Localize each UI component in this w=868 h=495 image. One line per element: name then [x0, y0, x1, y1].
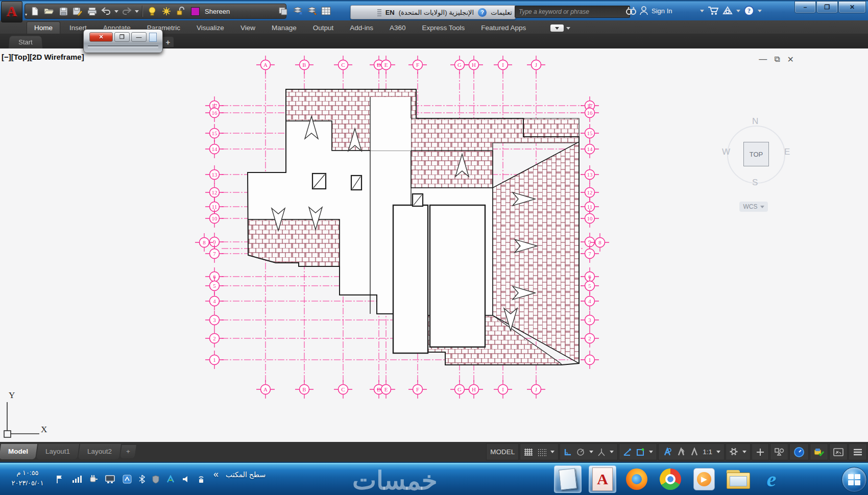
trusted-locations-button[interactable] — [814, 448, 824, 457]
ribbon-tab-manage[interactable]: Manage — [264, 22, 304, 34]
taskbar-clock[interactable]: ١٠:٥٥ م ٢٠٢٣/٠٥/٠١ — [3, 468, 52, 488]
layers-icon[interactable] — [278, 6, 288, 15]
file-tab-start[interactable]: Start — [9, 36, 42, 48]
layers3-icon[interactable] — [307, 6, 317, 15]
desktop-toolbar-label[interactable]: سطح المكتب — [226, 471, 266, 479]
osnap-caret-icon[interactable] — [649, 451, 653, 453]
language-name-label[interactable]: الإنجليزية (الولايات المتحدة) — [399, 9, 474, 16]
view-cube[interactable]: N S W E TOP — [721, 117, 790, 191]
hotspot-lock-icon[interactable] — [197, 475, 205, 484]
cart-icon[interactable] — [708, 6, 719, 15]
sun-icon[interactable] — [160, 5, 173, 17]
roof-plan-drawing[interactable]: AABBCCDDEEFFGGHHIIJJ17171616151514141313… — [0, 48, 868, 442]
shield-icon[interactable] — [152, 475, 159, 484]
isodraft-caret-icon[interactable] — [610, 451, 614, 453]
polar-tracking-toggle[interactable] — [576, 448, 585, 456]
unlock-icon[interactable] — [174, 5, 187, 17]
media-player-icon[interactable]: ▶ — [691, 466, 717, 492]
new-layout-button[interactable]: + — [120, 445, 136, 458]
ribbon-tab-home[interactable]: Home — [27, 21, 60, 34]
ribbon-tab-a360[interactable]: A360 — [382, 22, 413, 34]
snap-mode-toggle[interactable] — [537, 448, 546, 456]
sign-in-caret-icon[interactable] — [676, 10, 704, 12]
wcs-button[interactable]: WCS — [739, 202, 768, 212]
window-minimize-button[interactable]: – — [794, 1, 816, 13]
signal-icon[interactable] — [71, 475, 82, 483]
undo-caret-icon[interactable] — [114, 5, 119, 17]
scale-caret-icon[interactable] — [716, 451, 720, 453]
ribbon-tab-featured-apps[interactable]: Featured Apps — [474, 22, 533, 34]
ie-icon[interactable]: e — [758, 466, 785, 492]
annotation-monitor-button[interactable] — [756, 448, 765, 457]
ribbon-minimize-caret-icon[interactable] — [566, 27, 570, 30]
workspace-name[interactable]: Shereen — [205, 8, 230, 15]
tab-layout2[interactable]: Layout2 — [78, 444, 121, 459]
window-close-button[interactable]: ✕ — [838, 1, 866, 13]
user-icon[interactable] — [640, 6, 648, 15]
a360-icon[interactable] — [722, 6, 733, 15]
viewcube-north[interactable]: N — [752, 116, 758, 127]
new-file-icon[interactable] — [28, 5, 41, 17]
ribbon-tab-express-tools[interactable]: Express Tools — [415, 22, 472, 34]
customization-button[interactable] — [853, 448, 863, 456]
help-icon[interactable]: ? — [744, 6, 754, 16]
color-swatch[interactable] — [188, 5, 202, 17]
viewcube-east[interactable]: E — [784, 147, 790, 157]
ortho-toggle[interactable] — [564, 448, 572, 456]
isodraft-toggle[interactable] — [597, 448, 606, 456]
power-plug-icon[interactable] — [89, 475, 98, 484]
object-snap-tracking-toggle[interactable] — [623, 448, 632, 456]
ribbon-tab-output[interactable]: Output — [306, 22, 341, 34]
clean-screen-button[interactable] — [833, 448, 843, 456]
firefox-icon[interactable] — [623, 466, 650, 492]
workspace-caret-icon[interactable] — [235, 10, 283, 13]
notepad-icon[interactable] — [554, 465, 582, 493]
open-folder-icon[interactable] — [42, 5, 56, 17]
plot-icon[interactable] — [85, 5, 99, 17]
workspace-caret-icon[interactable] — [742, 451, 746, 453]
autoscale-toggle[interactable] — [676, 448, 686, 456]
ribbon-minimize-button[interactable] — [550, 24, 564, 32]
float-minimize-button[interactable]: — — [131, 32, 147, 42]
viewcube-top-face[interactable]: TOP — [743, 142, 769, 166]
search-go-icon[interactable] — [626, 7, 636, 15]
ribbon-tab-add-ins[interactable]: Add-ins — [343, 22, 380, 34]
language-help-label[interactable]: تعليمات — [491, 9, 512, 16]
tab-model[interactable]: Model — [0, 444, 37, 459]
undo-icon[interactable] — [100, 5, 113, 17]
lightbulb-icon[interactable] — [146, 5, 159, 17]
annotation-scale-value[interactable]: 1:1 — [703, 448, 712, 456]
annotation-visibility-toggle[interactable] — [662, 448, 672, 456]
language-bar[interactable]: تعليمات ? الإنجليزية (الولايات المتحدة) … — [350, 5, 516, 19]
help-caret-icon[interactable] — [758, 10, 762, 12]
flag-icon[interactable] — [55, 475, 64, 484]
language-code-label[interactable]: EN — [385, 9, 395, 16]
layers2-icon[interactable] — [293, 6, 303, 15]
window-maximize-button[interactable]: ❐ — [816, 1, 838, 13]
drawing-canvas[interactable]: [−][Top][2D Wireframe] — ⧉ ✕ AABBCCDDEEF… — [0, 48, 868, 442]
chrome-icon[interactable] — [657, 466, 684, 492]
help-circle-icon[interactable]: ? — [478, 8, 487, 17]
redo-icon[interactable] — [120, 5, 133, 17]
language-bar-grip[interactable] — [377, 8, 381, 16]
graphics-performance-button[interactable] — [793, 447, 805, 458]
float-close-button[interactable]: ✕ — [89, 32, 113, 42]
monitor-icon[interactable] — [105, 475, 115, 484]
new-drawing-tab-button[interactable]: + — [162, 37, 174, 47]
a360-caret-icon[interactable] — [736, 10, 740, 12]
explorer-icon[interactable] — [725, 466, 751, 492]
isolate-objects-button[interactable] — [774, 448, 784, 456]
polar-caret-icon[interactable] — [589, 451, 593, 453]
save-icon[interactable] — [57, 5, 70, 17]
input-app-icon[interactable] — [123, 475, 132, 484]
grid-display-toggle[interactable] — [524, 448, 533, 456]
sign-in-button[interactable]: Sign In — [652, 7, 672, 15]
viewcube-west[interactable]: W — [722, 147, 730, 157]
viewcube-south[interactable]: S — [752, 178, 758, 188]
search-input[interactable]: Type a keyword or phrase — [515, 6, 630, 18]
tab-layout1[interactable]: Layout1 — [36, 444, 79, 459]
redo-caret-icon[interactable] — [134, 5, 139, 17]
float-restore-button[interactable]: ❐ — [114, 32, 130, 42]
ribbon-tab-visualize[interactable]: Visualize — [189, 22, 231, 34]
autocad-app-menu-button[interactable]: A▾ — [1, 1, 22, 22]
